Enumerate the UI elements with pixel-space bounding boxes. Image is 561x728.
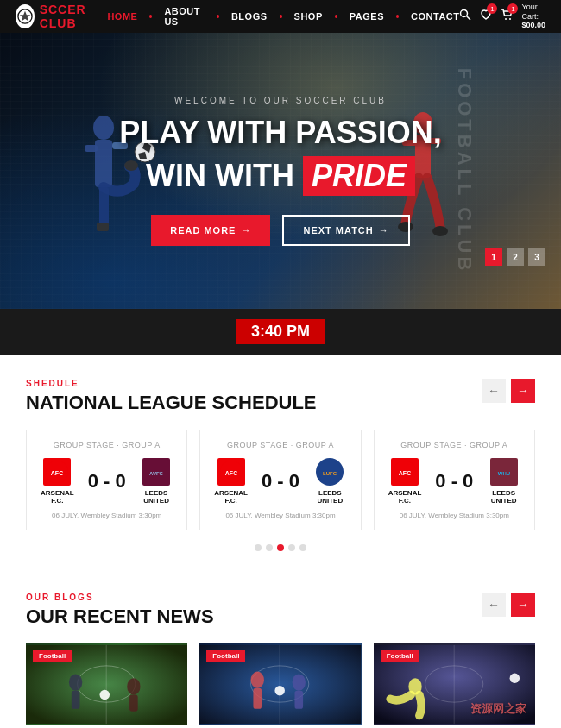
arsenal-logo-1: AFC: [43, 458, 71, 486]
match-score-1: 0 - 0: [83, 470, 131, 493]
nav-blogs[interactable]: BLOGS: [231, 11, 268, 22]
logo-text: SCCER CLUB: [40, 3, 108, 30]
svg-point-45: [293, 674, 306, 690]
cart-icon[interactable]: 1: [501, 9, 513, 23]
svg-point-39: [99, 690, 110, 700]
slider-dot-3[interactable]: 3: [528, 248, 545, 266]
read-more-button[interactable]: READ MORE →: [151, 215, 270, 246]
arrow-right-icon: →: [241, 225, 251, 235]
blogs-titles: OUR BLOGS OUR RECENT NEWS: [26, 593, 214, 643]
nav-dot-1: [149, 15, 152, 18]
blogs-next-arrow[interactable]: →: [511, 593, 535, 617]
match-card-2: GROUP STAGE · GROUP A AFC ARSENAL F.C. 0…: [199, 430, 361, 530]
nav-dot-3: [280, 15, 282, 18]
svg-text:WHU: WHU: [498, 471, 510, 476]
blogs-label: OUR BLOGS: [26, 593, 214, 602]
team-home-3: AFC ARSENAL F.C.: [385, 458, 425, 505]
nav-dot-2: [217, 15, 219, 18]
hero-title-line1: PLAY WITH PASSION,: [119, 116, 441, 150]
westham-logo-1: WHU: [490, 458, 518, 486]
match-score-2: 0 - 0: [256, 470, 305, 493]
next-match-label: NEXT MATCH: [303, 225, 373, 235]
svg-rect-38: [129, 695, 138, 712]
cart-info: Your Cart: $00.00: [521, 3, 545, 30]
leeds-logo-1: LUFC: [316, 458, 344, 486]
svg-point-5: [509, 18, 511, 20]
carousel-dot-2[interactable]: [266, 544, 273, 551]
team-away-1: AVFC LEEDS UNITED: [136, 458, 177, 505]
blogs-prev-arrow[interactable]: ←: [482, 593, 506, 617]
team-away-name-1: LEEDS UNITED: [136, 489, 177, 505]
carousel-dot-5[interactable]: [299, 544, 306, 551]
next-match-button[interactable]: NEXT MATCH →: [282, 215, 409, 246]
team-away-2: LUFC LEEDS UNITED: [310, 458, 350, 505]
match-card-3: GROUP STAGE · GROUP A AFC ARSENAL F.C. 0…: [374, 430, 535, 530]
blogs-header: OUR BLOGS OUR RECENT NEWS ← →: [26, 593, 535, 643]
blog-image-1: Football: [26, 643, 187, 725]
wishlist-badge: 1: [487, 3, 497, 14]
svg-point-4: [505, 18, 507, 20]
hero-title-prefix: WIN WITH: [146, 158, 294, 194]
nav-home[interactable]: HOME: [107, 11, 137, 22]
svg-rect-46: [295, 691, 304, 709]
svg-point-35: [69, 674, 82, 690]
nav-pages[interactable]: PAGES: [350, 11, 384, 22]
time-banner: 3:40 PM: [0, 309, 561, 355]
hero-buttons: READ MORE → NEXT MATCH →: [151, 215, 410, 246]
search-icon[interactable]: [459, 9, 471, 23]
arrow-right-icon-2: →: [379, 225, 389, 235]
match-info-3: 06 JULY, Wembley Stadium 3:30pm: [385, 511, 524, 519]
blog-tag-2: Football: [206, 650, 245, 662]
svg-rect-44: [254, 688, 262, 709]
team-away-name-2: LEEDS UNITED: [310, 489, 350, 505]
slider-dot-1[interactable]: 1: [485, 248, 502, 266]
carousel-dot-4[interactable]: [288, 544, 295, 551]
svg-point-43: [251, 672, 264, 688]
match-teams-1: AFC ARSENAL F.C. 0 - 0 AVFC LEEDS UNITED: [37, 458, 176, 505]
hero-slider-dots: 1 2 3: [485, 248, 545, 266]
schedule-next-arrow[interactable]: →: [511, 379, 535, 403]
carousel-dot-3[interactable]: [277, 544, 284, 551]
blogs-nav-arrows: ← →: [482, 593, 535, 617]
blog-image-2: Football: [199, 643, 361, 725]
svg-text:AFC: AFC: [399, 470, 411, 476]
match-stage-3: GROUP STAGE · GROUP A: [385, 441, 524, 449]
cart-amount: $00.00: [521, 21, 545, 30]
schedule-title: NATIONAL LEAGUE SCHEDULE: [26, 392, 317, 414]
matches-grid: GROUP STAGE · GROUP A AFC ARSENAL F.C. 0…: [26, 430, 535, 530]
wishlist-icon[interactable]: 1: [480, 9, 492, 23]
schedule-label: SHEDULE: [26, 379, 317, 388]
svg-point-47: [275, 686, 286, 696]
nav-about[interactable]: ABOUT US: [164, 6, 204, 27]
logo-icon: [16, 4, 35, 28]
logo[interactable]: SCCER CLUB: [16, 3, 107, 30]
slider-dot-2[interactable]: 2: [507, 248, 524, 266]
main-nav: HOME ABOUT US BLOGS SHOP PAGES CONTACT: [107, 6, 459, 27]
schedule-nav-arrows: ← →: [482, 379, 535, 403]
match-teams-3: AFC ARSENAL F.C. 0 - 0 WHU LEEDS UNITED: [385, 458, 524, 505]
aston-logo-1: AVFC: [142, 458, 170, 486]
blogs-grid: Football: [26, 643, 535, 728]
svg-point-52: [509, 674, 520, 684]
blogs-title: OUR RECENT NEWS: [26, 606, 214, 628]
nav-shop[interactable]: SHOP: [294, 11, 323, 22]
blog-card-2[interactable]: Football: [199, 643, 361, 728]
schedule-prev-arrow[interactable]: ←: [482, 379, 506, 403]
svg-text:LUFC: LUFC: [323, 471, 337, 476]
nav-contact[interactable]: CONTACT: [411, 11, 459, 22]
blog-card-3[interactable]: Football: [374, 643, 535, 728]
arsenal-logo-2: AFC: [217, 458, 245, 486]
svg-text:AFC: AFC: [51, 470, 63, 476]
blog-tag-3: Football: [381, 650, 419, 662]
carousel-dot-1[interactable]: [255, 544, 262, 551]
blog-card-1[interactable]: Football: [26, 643, 187, 728]
read-more-label: READ MORE: [170, 225, 236, 235]
header-icons: 1 1 Your Cart: $00.00: [459, 3, 545, 30]
nav-dot-5: [396, 15, 399, 18]
welcome-text: WELCOME TO OUR SOCCER CLUB: [174, 96, 387, 105]
blog-image-3: Football: [374, 643, 535, 725]
cart-badge: 1: [507, 3, 518, 14]
match-stage-2: GROUP STAGE · GROUP A: [211, 441, 350, 449]
hero-content: WELCOME TO OUR SOCCER CLUB PLAY WITH PAS…: [0, 33, 561, 309]
header: SCCER CLUB HOME ABOUT US BLOGS SHOP PAGE…: [0, 0, 561, 33]
